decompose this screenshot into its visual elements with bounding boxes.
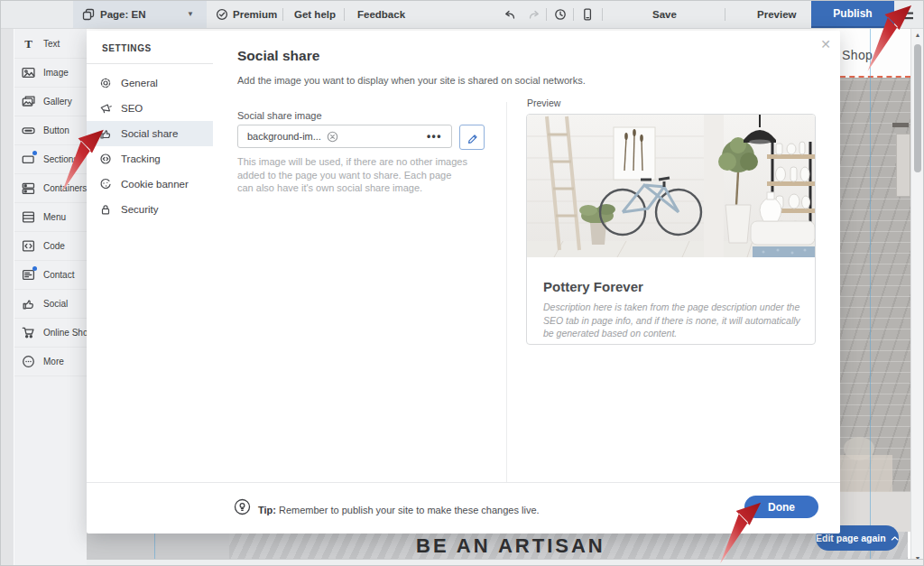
page-title: Social share — [237, 48, 319, 64]
new-badge-dot — [32, 151, 37, 155]
sidebar-item-image[interactable]: Image — [14, 58, 88, 88]
content-divider — [506, 102, 507, 482]
image-field-label: Social share image — [237, 110, 322, 121]
cookie-icon — [99, 178, 112, 190]
bottom-gutter — [1, 559, 924, 566]
more-icon — [22, 355, 35, 368]
preview-card-description: Description here is taken from the page … — [543, 301, 800, 340]
tip-message: Remember to publish your site to make th… — [279, 505, 540, 515]
settings-nav-cookie-banner[interactable]: Cookie banner — [87, 172, 213, 197]
sidebar-item-sections[interactable]: Sections — [14, 144, 88, 174]
get-help-button[interactable]: Get help — [294, 1, 336, 28]
toolbar-divider — [725, 8, 725, 21]
tracking-icon — [99, 153, 112, 165]
scrollbar-thumb[interactable] — [914, 44, 921, 172]
shelf-shape — [892, 123, 909, 127]
lock-icon — [99, 203, 112, 216]
pencil-icon — [467, 132, 478, 144]
feedback-button[interactable]: Feedback — [357, 1, 405, 28]
page-description: Add the image you want to display when y… — [237, 75, 586, 86]
remove-image-icon[interactable] — [327, 131, 338, 143]
edit-image-button[interactable] — [459, 125, 485, 150]
history-icon[interactable] — [554, 8, 567, 24]
top-toolbar: Page: EN ▼ Premium Get help Feedback Sav… — [1, 1, 924, 29]
text-icon: T — [22, 37, 35, 51]
megaphone-icon — [99, 102, 112, 115]
sidebar-item-containers[interactable]: Containers — [14, 173, 88, 203]
sidebar-item-contact[interactable]: Contact — [14, 260, 88, 290]
layout-guide-line — [870, 28, 871, 559]
settings-nav-seo[interactable]: SEO — [87, 96, 213, 121]
preview-button[interactable]: Preview — [757, 1, 796, 28]
sidebar-item-code[interactable]: Code — [14, 231, 88, 261]
site-section-artisan: BE AN ARTISAN — [229, 532, 908, 559]
nav-divider — [87, 63, 213, 64]
done-button[interactable]: Done — [744, 496, 818, 518]
toolbar-divider — [282, 8, 283, 21]
gear-icon — [99, 77, 112, 89]
menu-hamburger-icon[interactable] — [900, 9, 914, 25]
page-scrollbar[interactable]: ▲ ▼ — [910, 28, 923, 566]
sidebar-item-social[interactable]: Social — [14, 289, 88, 319]
save-button[interactable]: Save — [652, 1, 677, 28]
settings-nav-social-share[interactable]: Social share — [87, 121, 213, 146]
toolbar-divider — [602, 8, 603, 21]
done-button-label: Done — [768, 501, 795, 514]
sidebar-item-menu[interactable]: Menu — [14, 202, 88, 232]
publish-button[interactable]: Publish — [811, 1, 894, 28]
cart-icon — [22, 326, 35, 339]
button-icon — [22, 124, 35, 137]
more-options-icon[interactable]: ••• — [427, 130, 442, 143]
page-selector[interactable]: Page: EN ▼ — [73, 1, 207, 28]
social-share-preview-image — [527, 115, 815, 257]
premium-check-icon — [216, 8, 228, 24]
settings-nav-general[interactable]: General — [87, 70, 213, 96]
section-margin — [87, 532, 229, 559]
gallery-icon — [22, 95, 35, 108]
sidebar-item-online-shop[interactable]: Online Shop — [14, 318, 88, 348]
undo-icon[interactable] — [503, 8, 516, 24]
settings-nav-security[interactable]: Security — [87, 197, 213, 222]
image-field-helper: This image will be used, if there are no… — [237, 155, 467, 195]
preview-card-title: Pottery Forever — [543, 279, 643, 294]
footer-divider — [87, 482, 840, 483]
section-boundary-line — [840, 76, 910, 78]
sidebar-item-more[interactable]: More — [14, 347, 88, 376]
toolbar-divider — [344, 8, 345, 21]
panel-shape — [896, 134, 910, 197]
settings-nav-tracking[interactable]: Tracking — [87, 146, 213, 172]
settings-nav-title: SETTINGS — [102, 43, 152, 53]
chevron-down-icon: ▼ — [187, 1, 194, 28]
redo-icon[interactable] — [528, 8, 541, 24]
mobile-preview-icon[interactable] — [581, 8, 594, 24]
thumbs-up-icon — [22, 297, 35, 311]
editor-window: Page: EN ▼ Premium Get help Feedback Sav… — [0, 0, 924, 566]
site-header-area: Shop — [840, 28, 910, 77]
site-nav-shop[interactable]: Shop — [842, 48, 873, 62]
containers-icon — [22, 181, 35, 195]
menu-icon — [22, 210, 35, 224]
sections-icon — [22, 153, 35, 166]
site-banner-title: BE AN ARTISAN — [416, 534, 605, 558]
edit-page-again-label: Edit page again — [816, 533, 886, 543]
publish-button-label: Publish — [833, 7, 872, 20]
tip-bulb-icon — [234, 498, 251, 519]
scroll-up-arrow[interactable]: ▲ — [914, 32, 921, 39]
sidebar-item-text[interactable]: T Text — [14, 29, 88, 59]
image-chip-label: background-im... — [247, 131, 321, 142]
tip-label: Tip: — [258, 505, 276, 515]
new-badge-dot — [32, 266, 37, 271]
social-share-image-field[interactable]: background-im... ••• — [237, 125, 452, 148]
floor-shape — [840, 455, 892, 492]
elements-sidebar: T Text Image Gallery Button Sections Con… — [14, 28, 87, 566]
toolbar-divider — [546, 8, 547, 21]
code-icon — [22, 239, 35, 253]
sidebar-item-button[interactable]: Button — [14, 116, 88, 145]
site-background-image — [840, 78, 910, 492]
sidebar-item-gallery[interactable]: Gallery — [14, 87, 88, 116]
close-icon[interactable]: ✕ — [820, 38, 831, 51]
premium-button[interactable]: Premium — [233, 1, 277, 28]
settings-modal: ✕ SETTINGS General SEO Social share Trac… — [87, 31, 840, 534]
pages-icon — [82, 8, 95, 24]
thumbs-up-icon — [99, 127, 112, 140]
